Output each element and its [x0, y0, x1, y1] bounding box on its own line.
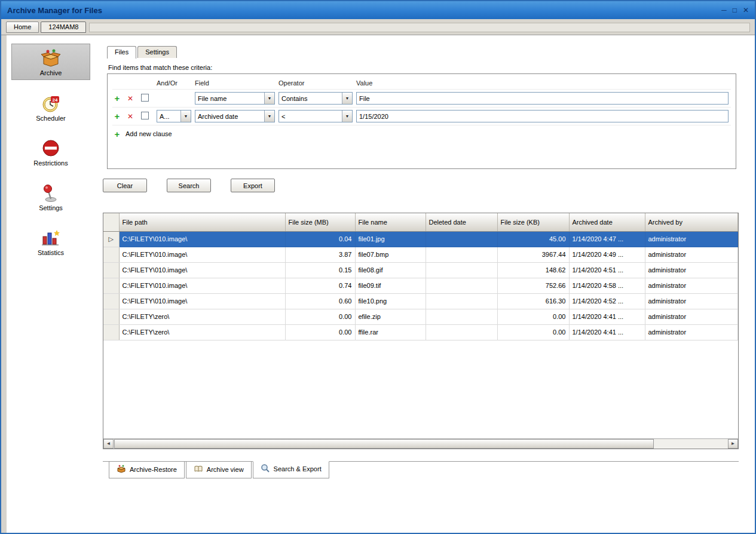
table-cell: file10.png [355, 293, 426, 309]
add-clause-icon[interactable]: + [112, 111, 122, 121]
table-cell: 45.00 [497, 231, 569, 247]
tab-search-export[interactable]: Search & Export [253, 461, 329, 478]
table-row[interactable]: C:\FILETY\010.image\0.15file08.gif148.62… [103, 262, 738, 278]
row-selector-cell[interactable] [103, 293, 119, 309]
tab-settings[interactable]: Settings [137, 46, 177, 58]
settings-pin-icon [41, 183, 61, 203]
add-clause-icon[interactable]: + [112, 93, 122, 103]
andor-select[interactable]: A... ▼ [157, 110, 191, 122]
table-row[interactable]: C:\FILETY\zero\0.00efile.zip0.001/14/202… [103, 309, 738, 324]
criteria-label: Find items that match these criteria: [108, 64, 755, 71]
scroll-left-button[interactable]: ◄ [103, 439, 114, 449]
table-header-row: File path File size (MB) File name Delet… [103, 213, 738, 231]
tab-archive-restore[interactable]: Archive-Restore [109, 462, 185, 478]
clause-checkbox[interactable] [141, 112, 149, 119]
nav-tab-home[interactable]: Home [6, 22, 39, 33]
row-selector-cell[interactable] [103, 247, 119, 262]
column-header-archived-date[interactable]: Archived date [569, 213, 645, 231]
table-cell [426, 247, 497, 262]
row-selector-cell[interactable] [103, 309, 119, 324]
column-header-file-path[interactable]: File path [119, 213, 285, 231]
sidebar-item-archive[interactable]: Archive [11, 44, 90, 80]
value-input[interactable] [356, 92, 729, 105]
chevron-down-icon[interactable]: ▼ [264, 111, 274, 122]
column-header-file-size-mb[interactable]: File size (MB) [285, 213, 355, 231]
table-cell: administrator [645, 262, 738, 278]
table-row[interactable]: C:\FILETY\zero\0.00ffile.rar0.001/14/202… [103, 324, 738, 340]
scroll-right-button[interactable]: ► [728, 439, 738, 449]
value-input[interactable] [356, 110, 729, 122]
archive-view-book-icon [194, 464, 203, 475]
sidebar-item-settings[interactable]: Settings [11, 179, 90, 214]
add-new-clause[interactable]: + Add new clause [112, 125, 731, 142]
criteria-row-2: + ✕ A... ▼ Archived date ▼ < ▼ [112, 108, 731, 125]
sidebar-item-restrictions[interactable]: Restrictions [11, 134, 90, 170]
operator-select[interactable]: < ▼ [278, 110, 353, 122]
column-header-archived-by[interactable]: Archived by [645, 213, 738, 231]
table-cell: 148.62 [497, 262, 569, 278]
svg-text:24: 24 [53, 97, 58, 103]
field-select[interactable]: Archived date ▼ [195, 110, 275, 122]
table-row[interactable]: C:\FILETY\010.image\0.74file09.tif752.66… [103, 278, 738, 293]
results-grid: File path File size (MB) File name Delet… [103, 213, 739, 449]
nav-tab-124mam8[interactable]: 124MAM8 [41, 22, 86, 33]
table-cell: C:\FILETY\010.image\ [119, 231, 285, 247]
table-cell: file07.bmp [355, 247, 426, 262]
table-row[interactable]: C:\FILETY\010.image\0.60file10.png616.30… [103, 293, 738, 309]
minimize-button[interactable]: ─ [721, 7, 727, 14]
table-cell: 1/14/2020 4:41 ... [569, 324, 645, 340]
table-cell: file08.gif [355, 262, 426, 278]
table-cell [426, 309, 497, 324]
export-button[interactable]: Export [231, 179, 275, 192]
delete-clause-icon[interactable]: ✕ [126, 94, 135, 103]
operator-select[interactable]: Contains ▼ [278, 92, 353, 105]
criteria-builder: And/Or Field Operator Value + ✕ File nam… [107, 73, 736, 169]
clause-checkbox[interactable] [141, 94, 149, 102]
delete-clause-icon[interactable]: ✕ [126, 112, 135, 121]
tab-files[interactable]: Files [107, 46, 136, 59]
results-table: File path File size (MB) File name Delet… [103, 213, 738, 340]
h-scrollbar[interactable]: ◄ ► [103, 438, 738, 449]
sidebar-item-scheduler[interactable]: 24 Scheduler [11, 90, 90, 125]
archive-restore-icon [117, 464, 126, 475]
row-selector-cell[interactable] [103, 262, 119, 278]
table-cell: 3967.44 [497, 247, 569, 262]
column-header-file-name[interactable]: File name [355, 213, 426, 231]
clear-button[interactable]: Clear [103, 179, 147, 192]
title-bar[interactable]: Archive Manager for Files ─ □ ✕ [1, 1, 755, 19]
add-new-clause-label[interactable]: Add new clause [126, 130, 729, 137]
row-selector-cell[interactable] [103, 278, 119, 293]
table-cell: 0.00 [285, 324, 355, 340]
chevron-down-icon[interactable]: ▼ [342, 111, 352, 122]
field-select[interactable]: File name ▼ [195, 92, 275, 105]
restrictions-no-entry-icon [41, 138, 61, 158]
chevron-down-icon[interactable]: ▼ [264, 93, 274, 104]
add-clause-icon: + [112, 129, 122, 139]
sidebar-item-statistics[interactable]: Statistics [11, 224, 90, 259]
chevron-down-icon[interactable]: ▼ [180, 111, 191, 122]
column-header-deleted-date[interactable]: Deleted date [426, 213, 497, 231]
search-button[interactable]: Search [167, 179, 211, 192]
main-content: Files Settings Find items that match the… [95, 35, 755, 533]
bottom-tab-label: Archive-Restore [130, 466, 177, 473]
sidebar-item-label: Archive [40, 69, 62, 76]
close-button[interactable]: ✕ [743, 7, 749, 14]
table-cell: administrator [645, 247, 738, 262]
table-cell: 1/14/2020 4:49 ... [569, 247, 645, 262]
table-row[interactable]: ▷C:\FILETY\010.image\0.04file01.jpg45.00… [103, 231, 738, 247]
tab-archive-view[interactable]: Archive view [186, 462, 252, 478]
header-selector-cell[interactable] [103, 213, 119, 231]
row-selector-cell[interactable]: ▷ [103, 231, 119, 247]
column-header-file-size-kb[interactable]: File size (KB) [497, 213, 569, 231]
criteria-header-operator: Operator [278, 79, 353, 87]
table-row[interactable]: C:\FILETY\010.image\3.87file07.bmp3967.4… [103, 247, 738, 262]
maximize-button[interactable]: □ [733, 7, 737, 14]
table-cell: 1/14/2020 4:52 ... [569, 293, 645, 309]
row-selector-cell[interactable] [103, 324, 119, 340]
chevron-down-icon[interactable]: ▼ [342, 93, 352, 104]
search-magnifier-icon [261, 464, 270, 474]
scroll-thumb[interactable] [114, 439, 654, 449]
table-cell: 1/14/2020 4:51 ... [569, 262, 645, 278]
table-cell [426, 324, 497, 340]
criteria-header-row: And/Or Field Operator Value [112, 76, 731, 90]
